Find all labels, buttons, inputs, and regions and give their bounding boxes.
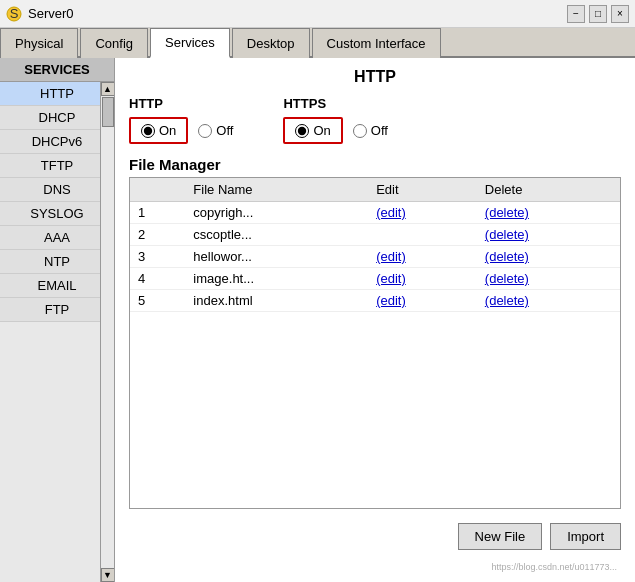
row-num: 1 [130,202,185,224]
sidebar-item-ftp[interactable]: FTP [0,298,114,322]
tab-desktop[interactable]: Desktop [232,28,310,58]
table-row: 3 hellowor... (edit) (delete) [130,246,620,268]
http-on-option[interactable]: On [141,123,176,138]
app-icon: S [6,6,22,22]
http-off-option[interactable]: Off [198,123,233,138]
main-content: SERVICES HTTP DHCP DHCPv6 TFTP DNS [0,58,635,582]
new-file-button[interactable]: New File [458,523,543,550]
edit-link[interactable]: (edit) [376,271,406,286]
row-delete[interactable]: (delete) [477,202,620,224]
row-delete[interactable]: (delete) [477,224,620,246]
row-filename: index.html [185,290,368,312]
file-table: File Name Edit Delete 1 copyrigh... (edi… [130,178,620,312]
row-filename: hellowor... [185,246,368,268]
delete-link[interactable]: (delete) [485,205,529,220]
delete-link[interactable]: (delete) [485,271,529,286]
row-num: 5 [130,290,185,312]
content-title: HTTP [129,68,621,86]
row-num: 4 [130,268,185,290]
https-label: HTTPS [283,96,387,111]
row-delete[interactable]: (delete) [477,246,620,268]
row-edit [368,224,477,246]
row-delete[interactable]: (delete) [477,268,620,290]
http-off-label: Off [216,123,233,138]
tab-config[interactable]: Config [80,28,148,58]
row-filename: image.ht... [185,268,368,290]
sidebar-item-ntp[interactable]: NTP [0,250,114,274]
row-delete[interactable]: (delete) [477,290,620,312]
sidebar-item-http[interactable]: HTTP [0,82,114,106]
table-row: 4 image.ht... (edit) (delete) [130,268,620,290]
file-manager-section: File Manager File Name Edit Delete 1 cop… [129,156,621,509]
https-radio-group: HTTPS On Off [283,96,387,144]
edit-link[interactable]: (edit) [376,293,406,308]
import-button[interactable]: Import [550,523,621,550]
sidebar-item-aaa[interactable]: AAA [0,226,114,250]
svg-text:S: S [10,6,19,21]
row-filename: cscoptle... [185,224,368,246]
https-on-label: On [313,123,330,138]
edit-link[interactable]: (edit) [376,249,406,264]
http-label: HTTP [129,96,233,111]
http-off-radio[interactable] [198,124,212,138]
https-radio-options: On Off [283,117,387,144]
https-on-option[interactable]: On [295,123,330,138]
table-row: 1 copyrigh... (edit) (delete) [130,202,620,224]
sidebar-item-dhcpv6[interactable]: DHCPv6 [0,130,114,154]
file-manager-title: File Manager [129,156,621,173]
sidebar-scrollbar: ▲ ▼ [100,82,114,582]
row-edit[interactable]: (edit) [368,246,477,268]
scroll-down-arrow[interactable]: ▼ [101,568,115,582]
row-edit[interactable]: (edit) [368,202,477,224]
watermark: https://blog.csdn.net/u011773... [129,560,621,572]
window-title: Server0 [28,6,74,21]
col-num [130,178,185,202]
row-num: 3 [130,246,185,268]
sidebar: SERVICES HTTP DHCP DHCPv6 TFTP DNS [0,58,115,582]
http-on-label: On [159,123,176,138]
http-radio-options: On Off [129,117,233,144]
sidebar-item-tftp[interactable]: TFTP [0,154,114,178]
delete-link[interactable]: (delete) [485,227,529,242]
bottom-buttons: New File Import [129,517,621,552]
sidebar-items: HTTP DHCP DHCPv6 TFTP DNS SYSLOG [0,82,114,582]
minimize-button[interactable]: − [567,5,585,23]
https-on-box: On [283,117,342,144]
sidebar-item-email[interactable]: EMAIL [0,274,114,298]
http-radio-group: HTTP On Off [129,96,233,144]
https-off-radio[interactable] [353,124,367,138]
col-delete: Delete [477,178,620,202]
row-edit[interactable]: (edit) [368,268,477,290]
tab-custom-interface[interactable]: Custom Interface [312,28,441,58]
delete-link[interactable]: (delete) [485,293,529,308]
sidebar-item-syslog[interactable]: SYSLOG [0,202,114,226]
row-edit[interactable]: (edit) [368,290,477,312]
scroll-thumb[interactable] [102,97,114,127]
row-filename: copyrigh... [185,202,368,224]
close-button[interactable]: × [611,5,629,23]
https-on-radio[interactable] [295,124,309,138]
sidebar-item-dns[interactable]: DNS [0,178,114,202]
table-row: 2 cscoptle... (delete) [130,224,620,246]
delete-link[interactable]: (delete) [485,249,529,264]
col-filename: File Name [185,178,368,202]
tab-services[interactable]: Services [150,28,230,58]
http-on-box: On [129,117,188,144]
tab-physical[interactable]: Physical [0,28,78,58]
https-off-label: Off [371,123,388,138]
edit-link[interactable]: (edit) [376,205,406,220]
https-off-option[interactable]: Off [353,123,388,138]
title-bar: S Server0 − □ × [0,0,635,28]
row-num: 2 [130,224,185,246]
sidebar-scroll: HTTP DHCP DHCPv6 TFTP DNS SYSLOG [0,82,114,582]
sidebar-item-dhcp[interactable]: DHCP [0,106,114,130]
col-edit: Edit [368,178,477,202]
file-table-container: File Name Edit Delete 1 copyrigh... (edi… [129,177,621,509]
content-area: HTTP HTTP On Off [115,58,635,582]
maximize-button[interactable]: □ [589,5,607,23]
scroll-up-arrow[interactable]: ▲ [101,82,115,96]
http-on-radio[interactable] [141,124,155,138]
scroll-track [101,96,115,568]
sidebar-header: SERVICES [0,58,114,82]
radio-groups: HTTP On Off HTTPS [129,96,621,144]
